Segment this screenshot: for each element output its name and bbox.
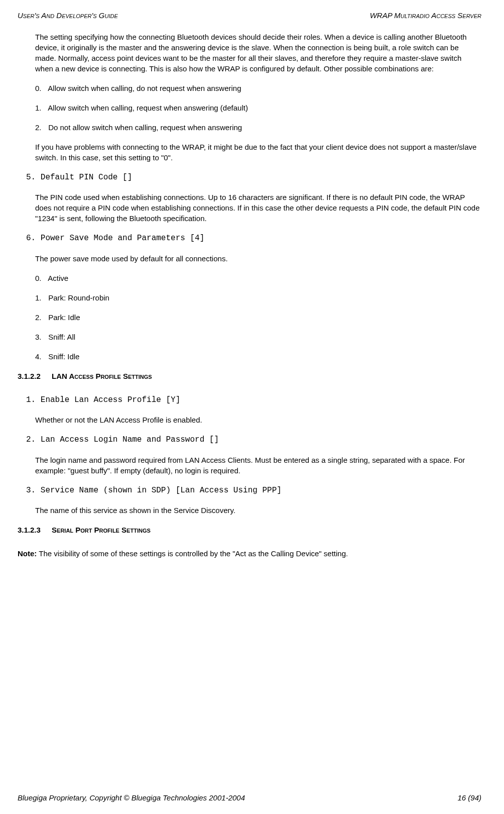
item-number: 4. <box>35 351 46 362</box>
item-number: 2. <box>35 122 46 133</box>
footer-left: Bluegiga Proprietary, Copyright © Bluegi… <box>18 792 245 803</box>
item-number: 1. <box>35 292 46 303</box>
lan3-text: The name of this service as shown in the… <box>35 505 481 516</box>
power-item-2: 2. Park: Idle <box>35 312 481 323</box>
item-text: Allow switch when calling, do not reques… <box>48 84 241 92</box>
lan1-text: Whether or not the LAN Access Profile is… <box>35 415 481 425</box>
page-header: User's And Developer's Guide WRAP Multir… <box>18 10 481 21</box>
header-left: User's And Developer's Guide <box>18 10 118 21</box>
item-text: Sniff: All <box>48 333 75 341</box>
power-item-3: 3. Sniff: All <box>35 332 481 342</box>
power-item-1: 1. Park: Round-robin <box>35 292 481 303</box>
page-content: The setting specifying how the connectin… <box>35 32 481 559</box>
lan2-heading: 2. Lan Access Login Name and Password [] <box>26 434 481 445</box>
footer-right: 16 (94) <box>457 792 481 803</box>
page-footer: Bluegiga Proprietary, Copyright © Bluegi… <box>18 792 481 803</box>
note-text: The visibility of some of these settings… <box>37 549 348 558</box>
item6-text: The power save mode used by default for … <box>35 253 481 264</box>
intro-paragraph: The setting specifying how the connectin… <box>35 32 481 74</box>
role-item-1: 1. Allow switch when calling, request wh… <box>35 103 481 113</box>
section-3123-heading: 3.1.2.3 Serial Port Profile Settings <box>18 525 481 535</box>
section-title: Serial Port Profile Settings <box>52 526 151 534</box>
lan2-text: The login name and password required fro… <box>35 455 481 476</box>
item-number: 0. <box>35 83 46 93</box>
lan3-heading: 3. Service Name (shown in SDP) [Lan Acce… <box>26 485 481 496</box>
item-number: 0. <box>35 273 46 283</box>
item-text: Sniff: Idle <box>48 352 79 361</box>
lan1-heading: 1. Enable Lan Access Profile [Y] <box>26 394 481 405</box>
item5-text: The PIN code used when establishing conn… <box>35 192 481 224</box>
item5-heading: 5. Default PIN Code [] <box>26 172 481 183</box>
item-text: Park: Idle <box>48 313 80 322</box>
item-number: 2. <box>35 312 46 323</box>
section-title: LAN Access Profile Settings <box>52 372 152 380</box>
item-text: Do not allow switch when calling, reques… <box>48 123 242 132</box>
role-item-0: 0. Allow switch when calling, do not req… <box>35 83 481 93</box>
item-text: Active <box>48 274 68 282</box>
item-text: Park: Round-robin <box>48 293 109 302</box>
item-number: 1. <box>35 103 46 113</box>
note-paragraph: Note: The visibility of some of these se… <box>18 548 481 559</box>
power-item-0: 0. Active <box>35 273 481 283</box>
header-right: WRAP Multiradio Access Server <box>370 10 481 21</box>
item6-heading: 6. Power Save Mode and Parameters [4] <box>26 233 481 244</box>
section-3122-heading: 3.1.2.2 LAN Access Profile Settings <box>18 371 481 381</box>
note-label: Note: <box>18 549 37 558</box>
section-number: 3.1.2.3 <box>18 525 41 535</box>
section-number: 3.1.2.2 <box>18 371 41 381</box>
role-note: If you have problems with connecting to … <box>35 142 481 163</box>
role-item-2: 2. Do not allow switch when calling, req… <box>35 122 481 133</box>
item-text: Allow switch when calling, request when … <box>48 104 248 112</box>
item-number: 3. <box>35 332 46 342</box>
power-item-4: 4. Sniff: Idle <box>35 351 481 362</box>
